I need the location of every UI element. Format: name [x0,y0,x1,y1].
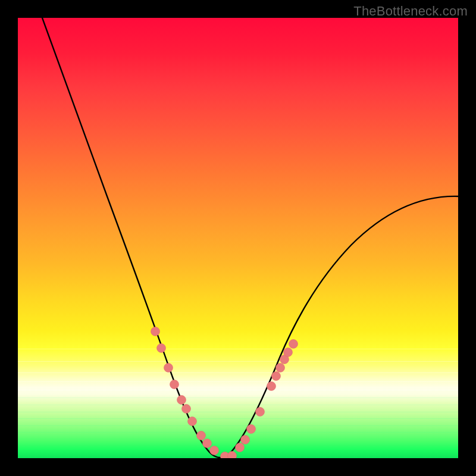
bottleneck-curve [18,18,458,458]
marker-dot [272,372,281,381]
chart-frame: TheBottleneck.com [0,0,476,476]
plot-area [18,18,458,458]
marker-dot [276,364,285,372]
marker-dot [177,396,186,405]
marker-dot [228,452,237,459]
marker-dot [164,364,173,372]
marker-dot [151,327,160,336]
marker-dot [157,344,166,353]
marker-dot [247,425,256,434]
marker-dot [197,431,206,440]
marker-dot [289,340,298,349]
marker-dot [210,446,219,455]
marker-dot [170,380,179,389]
marker-group [151,327,298,459]
marker-dot [236,443,245,452]
marker-dot [284,348,293,357]
marker-dot [188,417,197,426]
marker-dot [256,408,265,416]
marker-dot [241,436,250,444]
curve-path [42,18,458,458]
marker-dot [182,405,191,414]
marker-dot [267,382,276,391]
marker-dot [203,439,212,448]
watermark-text: TheBottleneck.com [353,4,468,19]
